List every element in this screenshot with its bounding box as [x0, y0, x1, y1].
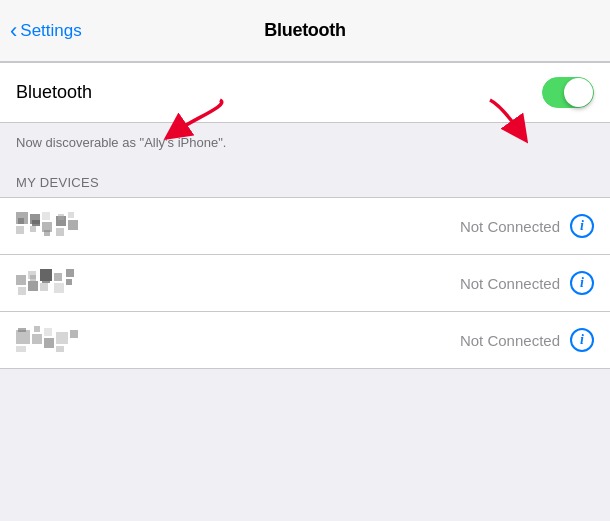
svg-rect-11	[32, 220, 40, 226]
device-icon-area	[16, 212, 106, 240]
device-thumbnail-3	[16, 326, 106, 354]
device-status: Not Connected	[460, 275, 560, 292]
device-icon-area	[16, 269, 106, 297]
main-content: Bluetooth Now discoverable as "Ally's iP…	[0, 62, 610, 369]
svg-rect-30	[44, 338, 54, 348]
page-title: Bluetooth	[264, 20, 345, 41]
device-row[interactable]: Not Connected i	[0, 255, 610, 312]
navigation-bar: ‹ Settings Bluetooth	[0, 0, 610, 62]
device-status: Not Connected	[460, 218, 560, 235]
info-icon: i	[580, 275, 584, 291]
svg-rect-7	[56, 228, 64, 236]
svg-rect-10	[18, 218, 24, 224]
back-chevron-icon: ‹	[10, 20, 17, 42]
back-label: Settings	[20, 21, 81, 41]
svg-rect-23	[18, 287, 26, 295]
discoverable-row: Now discoverable as "Ally's iPhone".	[0, 123, 610, 165]
device-thumbnail-2	[16, 269, 106, 297]
device-status: Not Connected	[460, 332, 560, 349]
svg-rect-22	[66, 279, 72, 285]
svg-rect-9	[68, 220, 78, 230]
device-right-area: Not Connected i	[460, 214, 594, 238]
svg-rect-19	[54, 273, 62, 281]
device-row[interactable]: Not Connected i	[0, 312, 610, 368]
svg-rect-4	[42, 212, 50, 220]
device-thumbnail-1	[16, 212, 106, 240]
svg-rect-32	[56, 346, 64, 352]
svg-rect-21	[66, 269, 74, 277]
toggle-knob	[564, 78, 593, 107]
svg-rect-18	[40, 283, 48, 291]
svg-rect-20	[54, 283, 64, 293]
device-right-area: Not Connected i	[460, 328, 594, 352]
device-info-button[interactable]: i	[570, 214, 594, 238]
svg-rect-26	[16, 330, 30, 344]
svg-rect-12	[44, 230, 50, 236]
bluetooth-toggle-section: Bluetooth	[0, 62, 610, 123]
svg-rect-3	[30, 226, 36, 232]
svg-rect-14	[16, 275, 26, 285]
my-devices-section-header: MY DEVICES	[0, 165, 610, 197]
svg-rect-25	[42, 277, 50, 283]
devices-list: Not Connected i	[0, 197, 610, 369]
device-icon-area	[16, 326, 106, 354]
info-icon: i	[580, 332, 584, 348]
info-icon: i	[580, 218, 584, 234]
back-button[interactable]: ‹ Settings	[10, 20, 82, 42]
svg-rect-16	[28, 281, 38, 291]
svg-rect-33	[70, 330, 78, 338]
device-info-button[interactable]: i	[570, 271, 594, 295]
bluetooth-toggle-row: Bluetooth	[0, 63, 610, 122]
svg-rect-13	[58, 214, 64, 220]
section-header-label: MY DEVICES	[16, 175, 99, 190]
svg-rect-28	[32, 334, 42, 344]
svg-rect-35	[34, 326, 40, 332]
svg-rect-8	[68, 212, 74, 218]
discoverable-text: Now discoverable as "Ally's iPhone".	[16, 135, 226, 150]
bluetooth-label: Bluetooth	[16, 82, 92, 103]
svg-rect-1	[16, 226, 24, 234]
svg-rect-34	[18, 328, 26, 332]
svg-rect-29	[44, 328, 52, 336]
bluetooth-toggle[interactable]	[542, 77, 594, 108]
device-row[interactable]: Not Connected i	[0, 198, 610, 255]
svg-rect-31	[56, 332, 68, 344]
device-info-button[interactable]: i	[570, 328, 594, 352]
svg-rect-27	[16, 346, 26, 352]
device-right-area: Not Connected i	[460, 271, 594, 295]
svg-rect-24	[30, 275, 36, 281]
